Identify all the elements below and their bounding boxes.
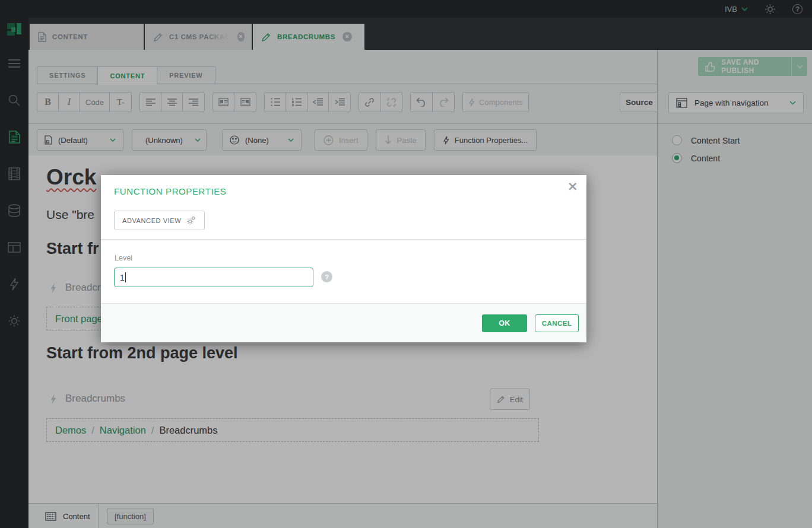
c1-cms-app: IVB ? CONTENT: [0, 0, 812, 528]
gears-icon: [186, 215, 196, 225]
ok-button[interactable]: OK: [482, 314, 527, 332]
function-properties-dialog: × FUNCTION PROPERTIES ADVANCED VIEW Leve…: [101, 175, 586, 342]
level-input-value: 1: [120, 273, 125, 282]
field-help-icon[interactable]: ?: [321, 271, 332, 282]
dialog-footer: OK CANCEL: [101, 303, 586, 342]
text-caret: [125, 272, 126, 282]
level-field-label: Level: [115, 254, 132, 262]
advanced-view-button[interactable]: ADVANCED VIEW: [114, 211, 205, 230]
dialog-close-icon[interactable]: ×: [567, 179, 578, 193]
cancel-button[interactable]: CANCEL: [535, 314, 579, 332]
dialog-body: Level 1 ?: [101, 239, 586, 303]
dialog-title: FUNCTION PROPERTIES: [114, 186, 226, 196]
level-input[interactable]: 1: [114, 268, 313, 287]
